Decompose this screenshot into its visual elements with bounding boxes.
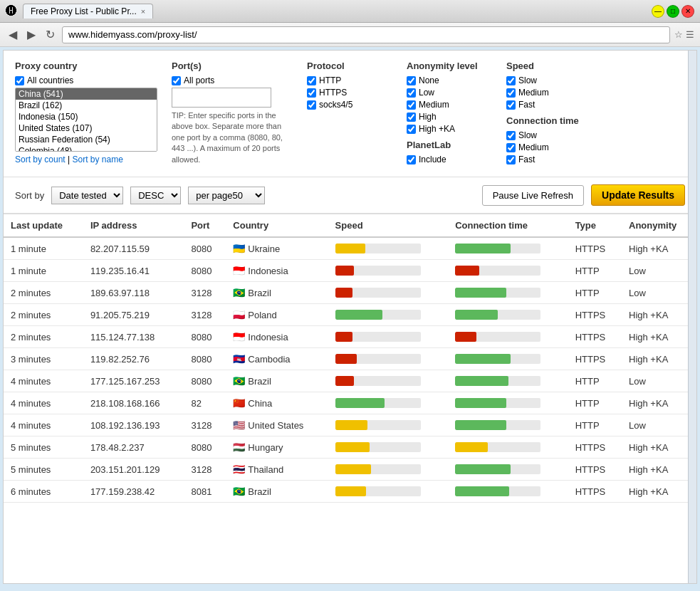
table-row: 4 minutes 218.108.168.166 82 🇨🇳China HTT…: [4, 392, 696, 414]
cell-port: 8080: [184, 237, 226, 260]
cell-country: 🇰🇭Cambodia: [226, 348, 328, 370]
speed-fast-checkbox[interactable]: [506, 100, 516, 110]
cell-speed: [328, 237, 449, 260]
cell-connection-time: [448, 282, 568, 304]
cell-anonymity: High +KA: [622, 459, 696, 481]
cell-type: HTTP: [568, 282, 622, 304]
conn-bar-container: [455, 332, 540, 342]
all-countries-checkbox-item: All countries: [15, 75, 157, 85]
cell-connection-time: [448, 326, 568, 348]
http-checkbox[interactable]: [307, 76, 316, 85]
maximize-button[interactable]: □: [667, 5, 679, 18]
all-countries-checkbox[interactable]: [15, 76, 24, 85]
connection-time-label: Connection time: [506, 115, 592, 126]
forward-button[interactable]: ▶: [24, 26, 38, 43]
proxy-country-label: Proxy country: [15, 61, 157, 71]
cell-last-update: 5 minutes: [4, 436, 83, 459]
conn-bar: [455, 266, 479, 276]
sort-by-count-link[interactable]: Sort by count: [15, 155, 66, 164]
protocol-https: HTTPS: [307, 88, 392, 98]
cell-connection-time: [448, 481, 568, 503]
browser-tab[interactable]: Free Proxy List - Public Pr... ×: [23, 4, 153, 19]
anon-high-checkbox[interactable]: [407, 113, 416, 122]
planetlab-checkbox[interactable]: [407, 155, 416, 164]
cell-connection-time: [448, 459, 568, 481]
scrollbar[interactable]: [688, 51, 696, 583]
table-row: 1 minute 82.207.115.59 8080 🇺🇦Ukraine HT…: [4, 237, 696, 260]
cell-type: HTTPS: [568, 436, 622, 459]
sort-order-select[interactable]: DESC ASC: [130, 187, 181, 204]
nav-extras: ☆ ☰: [674, 29, 694, 40]
th-type: Type: [568, 214, 622, 237]
https-checkbox[interactable]: [307, 88, 316, 98]
page-wrapper: Proxy country All countries China (541) …: [3, 50, 697, 584]
cell-last-update: 2 minutes: [4, 326, 83, 348]
conn-bar: [455, 420, 506, 430]
all-ports-checkbox[interactable]: [172, 76, 181, 85]
cell-country: 🇹🇭Thailand: [226, 459, 328, 481]
cell-port: 3128: [184, 414, 226, 436]
cell-country: 🇧🇷Brazil: [226, 481, 328, 503]
cell-connection-time: [448, 370, 568, 392]
minimize-button[interactable]: —: [652, 5, 664, 18]
star-icon[interactable]: ☆: [674, 29, 683, 40]
cell-anonymity: Low: [622, 370, 696, 392]
port-input[interactable]: [172, 88, 271, 108]
back-button[interactable]: ◀: [6, 26, 20, 43]
conn-bar-container: [455, 266, 540, 276]
all-ports-checkbox-item: All ports: [172, 75, 293, 85]
menu-icon[interactable]: ☰: [686, 29, 694, 40]
speed-bar: [335, 420, 368, 430]
cell-speed: [328, 459, 449, 481]
table-row: 5 minutes 203.151.201.129 3128 🇹🇭Thailan…: [4, 459, 696, 481]
cell-anonymity: Low: [622, 414, 696, 436]
pause-refresh-button[interactable]: Pause Live Refresh: [482, 185, 584, 206]
tab-title: Free Proxy List - Public Pr...: [31, 6, 137, 16]
speed-bar-container: [335, 332, 421, 342]
conn-slow-checkbox[interactable]: [506, 131, 516, 140]
tab-close-btn[interactable]: ×: [141, 7, 145, 16]
th-country: Country: [226, 214, 328, 237]
table-header-row: Last update IP address Port Country Spee…: [4, 214, 696, 237]
per-page-select[interactable]: per page50 per page100: [188, 187, 265, 204]
conn-bar: [455, 332, 476, 342]
conn-bar: [455, 244, 511, 253]
sort-by-name-link[interactable]: Sort by name: [73, 155, 123, 164]
close-button[interactable]: ✕: [681, 5, 694, 18]
cell-speed: [328, 326, 449, 348]
update-results-button[interactable]: Update Results: [591, 184, 685, 206]
anon-highka-checkbox[interactable]: [407, 125, 416, 134]
proxy-table-wrapper: Last update IP address Port Country Spee…: [4, 214, 696, 503]
protocol-http: HTTP: [307, 75, 392, 85]
speed-medium-checkbox[interactable]: [506, 88, 516, 98]
socks-checkbox[interactable]: [307, 100, 316, 110]
cell-port: 8080: [184, 260, 226, 282]
anon-medium-checkbox[interactable]: [407, 100, 416, 110]
sort-field-select[interactable]: Date tested: [51, 187, 123, 204]
cell-country: 🇨🇳China: [226, 392, 328, 414]
anonymity-filter: Anonymity level None Low Medium High Hig…: [407, 61, 492, 167]
country-list[interactable]: China (541) Brazil (162) Indonesia (150)…: [15, 88, 157, 152]
anon-low-checkbox[interactable]: [407, 88, 416, 98]
conn-fast-checkbox[interactable]: [506, 155, 516, 164]
nav-bar: ◀ ▶ ↻ ☆ ☰: [0, 23, 700, 47]
cell-anonymity: High +KA: [622, 326, 696, 348]
speed-bar: [335, 266, 354, 276]
protocol-label: Protocol: [307, 61, 392, 71]
speed-bar: [335, 354, 357, 364]
address-bar[interactable]: [62, 26, 670, 43]
table-row: 1 minute 119.235.16.41 8080 🇮🇩Indonesia …: [4, 260, 696, 282]
conn-medium-checkbox[interactable]: [506, 143, 516, 152]
cell-ip: 108.192.136.193: [83, 414, 184, 436]
sort-bar: Sort by Date tested DESC ASC per page50 …: [4, 177, 696, 214]
anon-none-checkbox[interactable]: [407, 76, 416, 85]
conn-bar: [455, 354, 511, 364]
speed-bar: [335, 310, 382, 320]
speed-slow-checkbox[interactable]: [506, 76, 516, 85]
protocol-socks: socks4/5: [307, 100, 392, 110]
speed-bar-container: [335, 442, 421, 452]
cell-connection-time: [448, 392, 568, 414]
cell-port: 8081: [184, 481, 226, 503]
refresh-button[interactable]: ↻: [43, 26, 58, 43]
cell-anonymity: High +KA: [622, 304, 696, 326]
